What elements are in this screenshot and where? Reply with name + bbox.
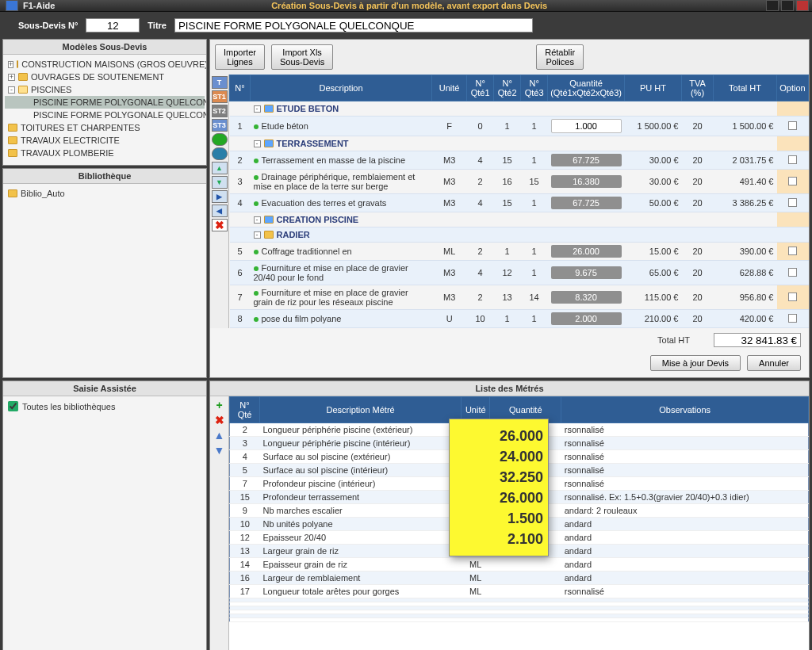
tree-item[interactable]: PISCINE FORME POLYGONALE QUELCONQUE (BAS (5, 109, 205, 121)
tree-item[interactable]: +OUVRAGES DE SOUTENEMENT (5, 71, 205, 83)
option-checkbox[interactable] (788, 247, 797, 255)
maximize-button[interactable] (781, 0, 794, 11)
expander-icon[interactable]: + (8, 61, 13, 68)
bullet-icon (254, 317, 259, 322)
devis-row[interactable]: 8pose du film polyaneU10112.000210.00 €2… (230, 310, 809, 328)
option-checkbox[interactable] (788, 314, 797, 323)
devis-row[interactable]: 7Fourniture et mise en place de gravier … (230, 285, 809, 310)
metre-row[interactable]: 14Epaisseur grain de rizMLandard (230, 558, 809, 572)
quantite-popup: 26.00024.00032.25026.0001.5002.100 (449, 419, 549, 556)
titre-input[interactable] (174, 18, 533, 32)
folder-icon (8, 149, 17, 157)
tree-item[interactable]: PISCINE FORME POLYGONALE QUELCONQUE (5, 96, 205, 109)
metre-down-icon[interactable]: ▼ (213, 445, 226, 457)
expander-icon[interactable]: - (254, 216, 261, 224)
devis-row[interactable]: - CREATION PISCINE (230, 212, 809, 228)
side-right-icon[interactable]: ▶ (212, 190, 228, 203)
option-checkbox[interactable] (788, 177, 797, 185)
devis-col-header[interactable]: N° Qté2 (494, 75, 521, 101)
tree-item-label: CONSTRUCTION MAISONS (GROS OEUVRE) (21, 59, 206, 69)
devis-row[interactable]: 2Terrassement en masse de la piscineM341… (230, 151, 809, 170)
devis-col-header[interactable]: Unité (432, 75, 467, 101)
folder-icon (264, 231, 274, 239)
metre-col-header[interactable]: Observations (561, 397, 809, 423)
devis-col-header[interactable]: PU HT (625, 75, 682, 101)
devis-col-header[interactable]: Description (251, 75, 432, 101)
side-left-icon[interactable]: ◀ (212, 205, 228, 217)
tree-item-label: OUVRAGES DE SOUTENEMENT (31, 72, 164, 82)
metre-add-icon[interactable]: + (213, 400, 226, 412)
devis-col-header[interactable]: Option (777, 75, 809, 101)
devis-row[interactable]: - RADIER (230, 228, 809, 243)
tree-item[interactable]: TRAVAUX PLOMBERIE (5, 147, 205, 159)
devis-row[interactable]: 6Fourniture et mise en place de gravier … (230, 261, 809, 285)
side-t-button[interactable]: T (212, 76, 228, 89)
expander-icon[interactable]: + (8, 74, 15, 81)
total-ht-value (714, 333, 801, 347)
tree-item-label: TOITURES ET CHARPENTES (21, 123, 140, 132)
expander-icon[interactable]: - (254, 140, 261, 147)
expander-icon[interactable]: - (254, 231, 261, 239)
biblio-tree[interactable]: Biblio_Auto (3, 184, 206, 377)
metre-delete-icon[interactable]: ✖ (213, 415, 226, 427)
side-blue-dot[interactable] (212, 147, 228, 160)
bullet-icon (254, 124, 259, 129)
devis-row[interactable]: - ETUDE BETON (230, 101, 809, 117)
side-down-icon[interactable]: ▼ (212, 176, 228, 189)
retablir-polices-button[interactable]: RétablirPolices (536, 44, 584, 70)
devis-col-header[interactable]: N° Qté3 (521, 75, 548, 101)
expander-icon[interactable]: - (8, 86, 15, 94)
tree-item[interactable]: +CONSTRUCTION MAISONS (GROS OEUVRE) (5, 58, 205, 71)
close-button[interactable] (796, 0, 809, 11)
metre-row[interactable]: 17Longueur totale arêtes pour gorgesMLrs… (230, 585, 809, 598)
bullet-icon (254, 266, 259, 271)
toutes-biblio-checkbox[interactable]: Toutes les bibliothèques (8, 401, 201, 411)
expander-icon[interactable]: - (254, 105, 261, 113)
minimize-button[interactable] (766, 0, 779, 11)
devis-col-header[interactable]: Total HT (714, 75, 777, 101)
option-checkbox[interactable] (788, 121, 797, 130)
folder-icon (17, 60, 18, 68)
side-st1-button[interactable]: ST1 (212, 90, 228, 103)
tree-item-label: TRAVAUX ELECTRICITE (21, 136, 120, 145)
metre-col-header[interactable]: Description Métré (260, 397, 462, 423)
metre-row[interactable]: 16Largeur de remblaiementMLandard (230, 572, 809, 585)
folder-icon (264, 216, 274, 224)
titre-label: Titre (147, 21, 167, 30)
devis-table[interactable]: N°DescriptionUnitéN° Qté1N° Qté2N° Qté3Q… (229, 75, 809, 328)
side-up-icon[interactable]: ▲ (212, 162, 228, 174)
tree-item[interactable]: TRAVAUX ELECTRICITE (5, 134, 205, 147)
option-checkbox[interactable] (788, 268, 797, 277)
devis-col-header[interactable]: TVA (%) (682, 75, 714, 101)
bullet-icon (254, 291, 259, 296)
devis-row[interactable]: 5Coffrage traditionnel enML21126.00015.0… (230, 243, 809, 261)
cancel-button[interactable]: Annuler (747, 355, 801, 371)
tree-item[interactable]: -PISCINES (5, 83, 205, 96)
option-checkbox[interactable] (788, 155, 797, 164)
tree-item[interactable]: Biblio_Auto (5, 187, 205, 200)
option-checkbox[interactable] (788, 198, 797, 207)
bullet-icon (254, 175, 259, 180)
import-xls-button[interactable]: Import XlsSous-Devis (271, 44, 333, 70)
side-delete-icon[interactable]: ✖ (212, 219, 228, 231)
update-devis-button[interactable]: Mise à jour Devis (650, 355, 741, 371)
sousdevis-number-input[interactable] (86, 18, 140, 32)
devis-col-header[interactable]: N° (230, 75, 251, 101)
metre-up-icon[interactable]: ▲ (213, 430, 226, 442)
side-st2-button[interactable]: ST2 (212, 105, 228, 117)
option-checkbox[interactable] (788, 292, 797, 301)
side-green-dot[interactable] (212, 133, 228, 146)
devis-col-header[interactable]: Quantité (Qté1xQté2xQté3) (548, 75, 625, 101)
models-tree[interactable]: +CONSTRUCTION MAISONS (GROS OEUVRE)+OUVR… (3, 55, 206, 165)
side-st3-button[interactable]: ST3 (212, 119, 228, 132)
folder-icon (8, 136, 17, 144)
devis-row[interactable]: 4Evacuation des terres et gravatsM341516… (230, 194, 809, 212)
devis-row[interactable]: 3Drainage périphérique, remblaiement et … (230, 170, 809, 194)
tree-item[interactable]: TOITURES ET CHARPENTES (5, 121, 205, 134)
devis-col-header[interactable]: N° Qté1 (467, 75, 494, 101)
folder-icon (264, 105, 274, 113)
devis-row[interactable]: - TERRASSEMENT (230, 136, 809, 151)
metre-col-header[interactable]: N° Qté (230, 397, 260, 423)
devis-row[interactable]: 1Etude bétonF0111.0001 500.00 €201 500.0… (230, 117, 809, 136)
import-lines-button[interactable]: ImporterLignes (215, 44, 265, 70)
